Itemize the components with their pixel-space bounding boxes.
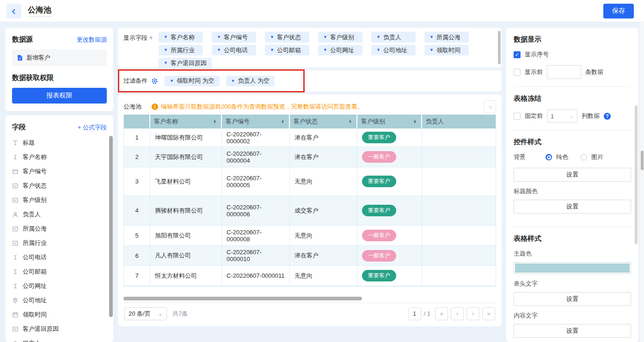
datasource-item[interactable]: 新增客户 bbox=[12, 49, 107, 66]
field-item[interactable]: 领取时间 bbox=[12, 307, 107, 322]
display-field-chip[interactable]: ▼所属公海 bbox=[424, 32, 469, 43]
content-text-set-button[interactable]: 设置 bbox=[514, 324, 631, 338]
field-item[interactable]: 客户编号 bbox=[12, 164, 107, 178]
display-field-chip[interactable]: ▼客户退回原因 bbox=[159, 58, 212, 68]
show-top-checkbox[interactable] bbox=[514, 69, 521, 76]
image-radio[interactable] bbox=[581, 154, 587, 160]
report-permission-button[interactable]: 报表权限 bbox=[12, 88, 107, 104]
row-index-cell: 7 bbox=[124, 266, 150, 286]
sort-carets-icon[interactable]: ▲▼ bbox=[213, 120, 216, 123]
column-header[interactable]: 客户级别▲▼ bbox=[357, 115, 422, 128]
field-item[interactable]: 客户级别 bbox=[12, 193, 107, 207]
customer-status-cell: 无意向 bbox=[290, 226, 357, 246]
datasource-name: 新增客户 bbox=[26, 54, 50, 62]
sort-carets-icon[interactable]: ▲▼ bbox=[349, 120, 352, 123]
owner-cell bbox=[422, 266, 496, 286]
display-field-chip[interactable]: ▼公司网址 bbox=[318, 45, 362, 55]
freeze-checkbox[interactable] bbox=[514, 113, 521, 120]
add-formula-field-link[interactable]: + 公式字段 bbox=[78, 123, 107, 132]
pager: 1 / 1 « ‹ › » bbox=[408, 307, 495, 320]
field-item[interactable]: 公司网址 bbox=[12, 279, 107, 293]
table-row: 3飞星材料公司C-20220607-0000005无意向重要客户 bbox=[124, 167, 496, 196]
save-button[interactable]: 保存 bbox=[603, 4, 634, 18]
page-title[interactable]: 公海池 bbox=[28, 5, 51, 17]
sort-carets-icon[interactable]: ▲▼ bbox=[413, 120, 417, 123]
table-row: 4腾骏材料有限公司C-20220607-0000006成交客户重要客户 bbox=[124, 196, 496, 226]
display-field-chip[interactable]: ▼客户编号 bbox=[212, 32, 256, 43]
sort-carets-icon[interactable]: ▲▼ bbox=[281, 120, 284, 123]
fields-scrollbar[interactable] bbox=[109, 136, 113, 317]
freeze-count-select[interactable]: 1 ⌄ bbox=[547, 110, 577, 122]
column-header[interactable]: 负责人 bbox=[422, 115, 496, 128]
field-item[interactable]: 客户名称 bbox=[12, 150, 107, 164]
back-button[interactable] bbox=[6, 4, 21, 18]
sort-order-button[interactable]: ↑↓ bbox=[484, 100, 496, 113]
display-field-chip[interactable]: ▼所属行业 bbox=[159, 45, 203, 55]
field-label: 公司网址 bbox=[23, 282, 47, 290]
display-field-chip[interactable]: ▼公司电话 bbox=[212, 45, 256, 55]
column-header[interactable]: 客户状态▲▼ bbox=[290, 115, 357, 128]
gear-icon[interactable] bbox=[151, 78, 158, 85]
content-text-label: 内容文字 bbox=[514, 311, 631, 320]
field-item[interactable]: 所属行业 bbox=[12, 236, 107, 250]
first-page-button[interactable]: « bbox=[435, 307, 448, 320]
display-field-chip[interactable]: ▼领取时间 bbox=[424, 45, 469, 55]
field-item[interactable]: 客户状态 bbox=[12, 178, 107, 193]
row-index-cell: 3 bbox=[124, 167, 150, 196]
field-item[interactable]: 负责人 bbox=[12, 207, 107, 221]
field-item[interactable]: 标题 bbox=[12, 135, 107, 150]
page-scrollbar-thumb[interactable] bbox=[641, 151, 644, 170]
display-field-chip[interactable]: ▼公司地址 bbox=[371, 45, 416, 55]
title-color-set-button[interactable]: 设置 bbox=[514, 200, 631, 214]
field-item[interactable]: 公司电话 bbox=[12, 250, 107, 264]
field-label: 客户编号 bbox=[23, 167, 47, 176]
main-body: 数据源 更改数据源 新增客户 数据获取权限 报表权限 字段 + 公式字段 标题客… bbox=[0, 22, 644, 342]
right-panel-scrollbar[interactable] bbox=[635, 105, 638, 244]
background-set-button[interactable]: 设置 bbox=[514, 168, 631, 182]
field-item[interactable]: 公司邮箱 bbox=[12, 264, 107, 279]
customer-level-cell: 重要客户 bbox=[357, 266, 422, 286]
help-icon[interactable]: ? bbox=[604, 113, 611, 120]
customer-name-cell: 旭阳有限公司 bbox=[150, 226, 222, 246]
last-page-button[interactable]: » bbox=[482, 307, 495, 320]
title-icon bbox=[12, 140, 18, 146]
table-row: 6凡人有限公司C-20220607-0000010潜在客户一般客户 bbox=[124, 246, 496, 266]
display-field-chip[interactable]: ▼客户名称 bbox=[159, 32, 203, 43]
filter-chip[interactable]: ▼领取时间 为空 bbox=[165, 76, 220, 86]
customer-code-cell: C-20220607-0000008 bbox=[222, 226, 290, 246]
level-badge: 一般客户 bbox=[362, 250, 396, 262]
display-fields-scrollbar[interactable] bbox=[498, 31, 501, 64]
theme-color-fill bbox=[515, 263, 630, 273]
customer-name-cell: 天宇国际有限公司 bbox=[150, 147, 222, 167]
add-display-field-button[interactable]: + bbox=[149, 34, 153, 41]
horizontal-scrollbar-thumb[interactable] bbox=[123, 297, 362, 300]
next-page-button[interactable]: › bbox=[466, 307, 479, 320]
prev-page-button[interactable]: ‹ bbox=[451, 307, 464, 320]
customer-level-cell: 重要客户 bbox=[357, 128, 422, 147]
filter-chip[interactable]: ▼负责人 为空 bbox=[226, 76, 275, 86]
column-header[interactable]: 客户名称▲▼ bbox=[150, 115, 222, 128]
image-label: 图片 bbox=[591, 153, 603, 161]
show-index-checkbox[interactable]: ✓ bbox=[514, 51, 521, 58]
display-field-chip[interactable]: ▼客户级别 bbox=[318, 32, 362, 43]
chip-label: 公司电话 bbox=[224, 46, 248, 55]
change-datasource-link[interactable]: 更改数据源 bbox=[77, 36, 107, 44]
display-field-chip[interactable]: ▼负责人 bbox=[371, 32, 416, 43]
select-icon bbox=[12, 226, 18, 232]
field-item[interactable]: 提交人 bbox=[12, 336, 107, 342]
location-icon bbox=[12, 297, 18, 304]
display-field-chip[interactable]: ▼公司邮箱 bbox=[265, 45, 309, 55]
show-top-input[interactable] bbox=[547, 65, 581, 79]
chevron-down-icon: ⌄ bbox=[570, 113, 574, 119]
field-item[interactable]: 所属公海 bbox=[12, 221, 107, 236]
current-page-input[interactable]: 1 bbox=[408, 307, 421, 320]
field-item[interactable]: 客户退回原因 bbox=[12, 322, 107, 336]
page-size-select[interactable]: 20 条/页 ⌄ bbox=[124, 307, 167, 320]
column-header[interactable]: 客户编号▲▼ bbox=[222, 115, 290, 128]
solid-color-radio[interactable] bbox=[546, 154, 552, 160]
header-text-set-button[interactable]: 设置 bbox=[514, 292, 631, 306]
display-field-chip[interactable]: ▼客户状态 bbox=[265, 32, 309, 43]
field-item[interactable]: 公司地址 bbox=[12, 293, 107, 307]
caret-down-icon: ▼ bbox=[170, 79, 174, 83]
theme-color-swatch[interactable] bbox=[514, 262, 631, 274]
